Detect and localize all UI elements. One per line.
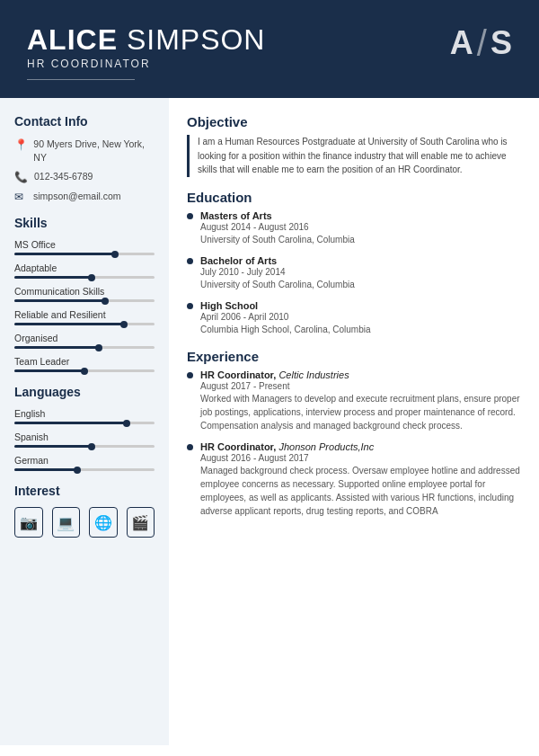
edu-school: University of South Carolina, Columbia bbox=[200, 233, 355, 246]
education-title: Education bbox=[187, 190, 521, 205]
skill-bar-track bbox=[14, 323, 155, 325]
language-bar-fill bbox=[14, 445, 92, 448]
skill-bar-track bbox=[14, 299, 155, 302]
language-bar-track bbox=[14, 445, 155, 448]
interest-icons: 📷💻🌐🎬 bbox=[14, 507, 155, 538]
bullet-dot bbox=[187, 213, 193, 219]
experience-item: HR Coordinator, Celtic Industries August… bbox=[187, 369, 521, 432]
skill-bar-dot bbox=[88, 274, 95, 281]
skill-bar-fill bbox=[14, 369, 84, 372]
location-icon: 📍 bbox=[14, 138, 27, 151]
edu-content: Bachelor of Arts July 2010 - July 2014 U… bbox=[200, 255, 355, 291]
objective-title: Objective bbox=[187, 114, 521, 129]
skills-title: Skills bbox=[14, 216, 155, 230]
contact-email-item: ✉ simpson@email.com bbox=[14, 190, 155, 203]
edu-dates: April 2006 - April 2010 bbox=[200, 312, 371, 322]
exp-content: HR Coordinator, Celtic Industries August… bbox=[200, 369, 521, 432]
exp-content: HR Coordinator, Jhonson Products,Inc Aug… bbox=[200, 441, 521, 518]
languages-list: English Spanish German bbox=[14, 408, 155, 471]
main-content: Objective I am a Human Resources Postgra… bbox=[169, 98, 539, 745]
header-title: HR COORDINATOR bbox=[27, 58, 265, 70]
contact-email: simpson@email.com bbox=[33, 190, 121, 203]
email-icon: ✉ bbox=[14, 191, 27, 203]
exp-desc: Worked with Managers to develop and exec… bbox=[200, 392, 521, 432]
bullet-dot bbox=[187, 258, 193, 264]
bullet-dot bbox=[187, 444, 193, 450]
first-name: ALICE bbox=[27, 23, 118, 56]
globe-icon: 🌐 bbox=[89, 507, 118, 538]
language-bar-dot bbox=[88, 443, 95, 450]
skill-bar-fill bbox=[14, 299, 105, 302]
contact-address: 90 Myers Drive, New York, NY bbox=[33, 138, 155, 164]
exp-company: Celtic Industries bbox=[278, 369, 349, 380]
monogram-slash: / bbox=[477, 25, 487, 61]
skill-bar-dot bbox=[95, 344, 102, 351]
skill-label: Organised bbox=[14, 333, 155, 343]
language-bar-dot bbox=[123, 420, 130, 427]
header-divider bbox=[27, 79, 135, 80]
computer-icon: 💻 bbox=[52, 507, 81, 538]
interest-title: Interest bbox=[14, 484, 155, 498]
skill-item: MS Office bbox=[14, 239, 155, 255]
sidebar: Contact Info 📍 90 Myers Drive, New York,… bbox=[0, 98, 169, 745]
language-bar-dot bbox=[74, 467, 81, 474]
skills-list: MS Office Adaptable Communication Skills… bbox=[14, 239, 155, 372]
skill-item: Team Leader bbox=[14, 356, 155, 372]
phone-icon: 📞 bbox=[14, 171, 28, 183]
skill-bar-dot bbox=[81, 368, 88, 375]
edu-content: High School April 2006 - April 2010 Colu… bbox=[200, 300, 371, 336]
language-item: Spanish bbox=[14, 431, 155, 448]
language-label: German bbox=[14, 455, 155, 466]
language-bar-track bbox=[14, 468, 155, 471]
language-item: English bbox=[14, 408, 155, 424]
header-left: ALICE SIMPSON HR COORDINATOR bbox=[27, 25, 265, 80]
skill-item: Organised bbox=[14, 333, 155, 349]
contact-phone: 012-345-6789 bbox=[34, 170, 93, 183]
body-layout: Contact Info 📍 90 Myers Drive, New York,… bbox=[0, 98, 539, 745]
skill-bar-fill bbox=[14, 276, 92, 279]
skill-label: Adaptable bbox=[14, 262, 155, 273]
edu-degree: Bachelor of Arts bbox=[200, 255, 355, 266]
education-list: Masters of Arts August 2014 - August 201… bbox=[187, 210, 521, 336]
language-bar-fill bbox=[14, 422, 127, 424]
skill-item: Reliable and Resilient bbox=[14, 309, 155, 325]
skill-bar-dot bbox=[102, 298, 109, 305]
monogram-s: S bbox=[490, 27, 512, 59]
edu-degree: Masters of Arts bbox=[200, 210, 355, 221]
skill-bar-track bbox=[14, 369, 155, 372]
language-item: German bbox=[14, 455, 155, 471]
header-name: ALICE SIMPSON bbox=[27, 25, 265, 54]
contact-title: Contact Info bbox=[14, 114, 155, 129]
skill-label: MS Office bbox=[14, 239, 155, 250]
last-name: SIMPSON bbox=[127, 23, 266, 56]
objective-text: I am a Human Resources Postgraduate at U… bbox=[187, 135, 521, 177]
bullet-dot bbox=[187, 303, 193, 309]
exp-dates: August 2017 - Present bbox=[200, 381, 521, 391]
skill-label: Team Leader bbox=[14, 356, 155, 367]
experience-title: Experience bbox=[187, 349, 521, 364]
skill-bar-dot bbox=[111, 251, 119, 258]
skill-bar-fill bbox=[14, 346, 99, 349]
monogram-a: A bbox=[450, 27, 473, 59]
header: ALICE SIMPSON HR COORDINATOR A / S bbox=[0, 0, 539, 98]
bullet-dot bbox=[187, 372, 193, 378]
skill-bar-track bbox=[14, 253, 155, 255]
skill-bar-fill bbox=[14, 323, 124, 325]
camera-icon: 📷 bbox=[14, 507, 43, 538]
skill-item: Communication Skills bbox=[14, 286, 155, 302]
language-bar-track bbox=[14, 422, 155, 424]
monogram-col: S bbox=[490, 27, 512, 59]
skill-bar-fill bbox=[14, 253, 115, 255]
education-item: Masters of Arts August 2014 - August 201… bbox=[187, 210, 521, 246]
exp-desc: Managed background check process. Oversa… bbox=[200, 464, 521, 518]
edu-dates: August 2014 - August 2016 bbox=[200, 222, 355, 232]
edu-school: University of South Carolina, Columbia bbox=[200, 278, 355, 291]
skill-label: Communication Skills bbox=[14, 286, 155, 297]
edu-dates: July 2010 - July 2014 bbox=[200, 267, 355, 277]
contact-phone-item: 📞 012-345-6789 bbox=[14, 170, 155, 183]
exp-dates: August 2016 - August 2017 bbox=[200, 453, 521, 463]
language-label: Spanish bbox=[14, 431, 155, 442]
contact-address-item: 📍 90 Myers Drive, New York, NY bbox=[14, 138, 155, 164]
edu-content: Masters of Arts August 2014 - August 201… bbox=[200, 210, 355, 246]
exp-title: HR Coordinator, Jhonson Products,Inc bbox=[200, 441, 521, 452]
